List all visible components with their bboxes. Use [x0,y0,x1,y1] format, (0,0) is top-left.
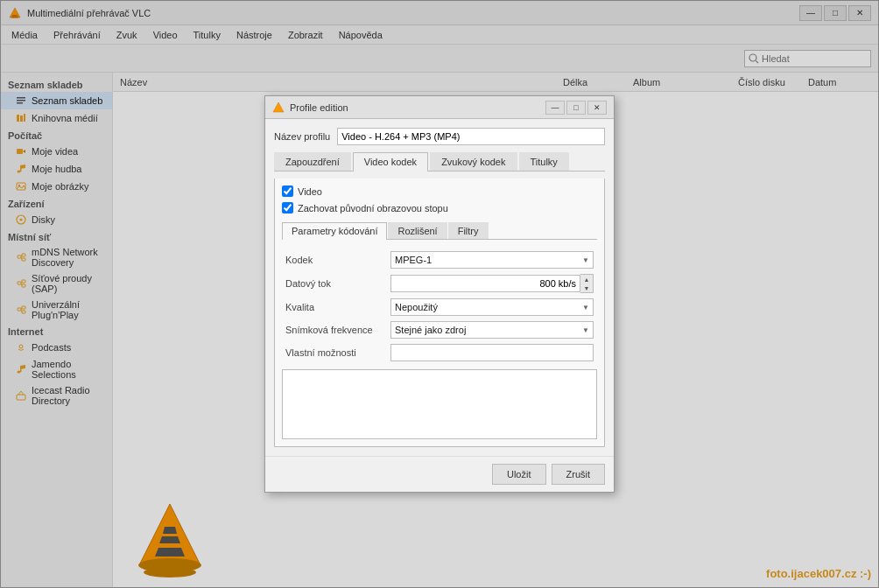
profile-name-input[interactable] [337,128,605,145]
sub-tabs-bar: Parametry kódování Rozlišení Filtry [282,222,597,240]
main-tabs-bar: Zapouzdření Video kodek Zvukový kodek Ti… [274,152,605,172]
tab-encapsulation[interactable]: Zapouzdření [274,152,351,171]
profile-edition-dialog: Profile edition — □ ✕ Název profilu Zapo… [264,95,615,493]
video-enable-checkbox[interactable] [282,186,293,197]
video-enable-row: Video [282,186,597,197]
custom-row: Vlastní možnosti [282,341,597,364]
codec-label: Kodek [282,248,387,271]
dialog-controls: — □ ✕ [545,101,607,115]
preserve-checkbox[interactable] [282,202,293,214]
main-window: Multimediální přehrávač VLC — □ ✕ Média … [0,0,879,588]
framerate-label: Snímková frekvence [282,318,387,341]
framerate-row: Snímková frekvence Stejné jako zdroj ▼ [282,318,597,341]
codec-form: Kodek MPEG-1 ▼ Datový tok [282,248,597,364]
preserve-checkbox-row: Zachovat původní obrazovou stopu [282,202,597,214]
dialog-title-bar: Profile edition — □ ✕ [265,96,614,119]
save-button[interactable]: Uložit [492,464,546,485]
preserve-checkbox-label: Zachovat původní obrazovou stopu [298,203,448,214]
custom-label: Vlastní možnosti [282,341,387,364]
svg-marker-44 [273,102,284,112]
framerate-select[interactable]: Stejné jako zdroj ▼ [390,321,594,339]
modal-overlay: Profile edition — □ ✕ Název profilu Zapo… [0,0,879,588]
cancel-button[interactable]: Zrušit [552,464,606,485]
framerate-select-arrow: ▼ [582,326,589,334]
bitrate-label: Datový tok [282,271,387,296]
sub-tab-resolution[interactable]: Rozlišení [388,222,447,239]
codec-value: MPEG-1 [395,255,432,265]
dialog-footer: Uložit Zrušit [265,456,614,492]
tab-content: Video Zachovat původní obrazovou stopu P… [274,178,605,447]
dialog-title-text: Profile edition [290,102,348,113]
profile-name-row: Název profilu [274,128,605,145]
tab-audio-codec[interactable]: Zvukový kodek [430,152,517,171]
codec-row: Kodek MPEG-1 ▼ [282,248,597,271]
codec-select-arrow: ▼ [582,256,589,264]
tab-video-codec[interactable]: Video kodek [353,152,428,172]
video-section-label: Video [298,186,322,197]
quality-select-arrow: ▼ [582,304,589,312]
sub-tab-encoding[interactable]: Parametry kódování [282,222,387,240]
dialog-close-button[interactable]: ✕ [587,101,607,115]
quality-label: Kvalita [282,296,387,318]
custom-input[interactable] [390,344,594,361]
dialog-vlc-icon [272,102,285,114]
bitrate-up[interactable]: ▲ [580,275,593,284]
quality-row: Kvalita Nepoužitý ▼ [282,296,597,318]
sub-tab-filters[interactable]: Filtry [448,222,489,239]
bitrate-spinner: ▲ ▼ [580,274,594,293]
codec-select[interactable]: MPEG-1 ▼ [390,251,594,269]
bitrate-field[interactable]: ▲ ▼ [390,274,594,293]
bitrate-row: Datový tok ▲ ▼ [282,271,597,296]
dialog-title-left: Profile edition [272,102,348,114]
profile-name-label: Název profilu [274,131,330,142]
dialog-content: Název profilu Zapouzdření Video kodek Zv… [265,119,614,456]
large-textarea[interactable] [282,369,597,439]
framerate-value: Stejné jako zdroj [395,325,466,335]
bitrate-down[interactable]: ▼ [580,284,593,292]
tab-subtitles[interactable]: Titulky [519,152,569,171]
quality-value: Nepoužitý [395,302,438,312]
bitrate-input[interactable] [390,275,580,292]
dialog-maximize-button[interactable]: □ [566,101,586,115]
dialog-minimize-button[interactable]: — [545,101,565,115]
quality-select[interactable]: Nepoužitý ▼ [390,298,594,316]
